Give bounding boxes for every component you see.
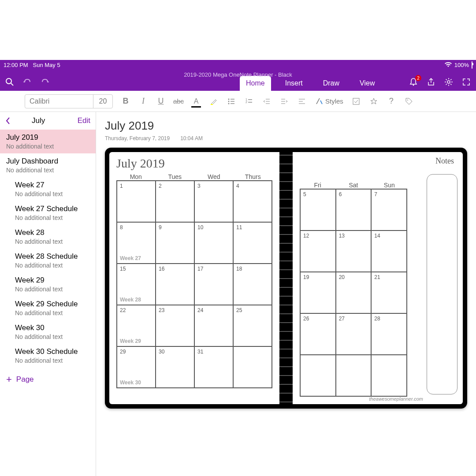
numbering-icon[interactable]: 12 [244,97,254,106]
settings-icon[interactable] [444,78,453,86]
todo-icon[interactable] [351,97,361,106]
brand-footer: theawesomeplanner.com [369,396,424,402]
notifications-icon[interactable]: 2 [409,78,418,86]
calendar-cell: 24 [194,305,233,346]
bullets-icon[interactable] [227,97,236,106]
planner-image: July 2019 MonTuesWedThurs 12348Week 2791… [105,148,467,409]
page-item-sub: No additional text [15,238,89,245]
page-title[interactable]: July 2019 [105,119,467,133]
redo-icon[interactable] [41,78,49,86]
sidebar-page-item[interactable]: July 2019No additional text [0,130,96,153]
calendar-cell: 9 [156,222,194,264]
font-name[interactable]: Calibri [25,97,93,105]
highlight-icon[interactable] [209,97,219,106]
calendar-cell [336,355,372,396]
add-page-button[interactable]: + Page [0,368,96,391]
plus-icon: + [6,374,12,385]
svg-text:2: 2 [245,100,247,104]
svg-rect-24 [353,98,359,104]
sidebar-page-item[interactable]: Week 27No additional text [0,177,96,201]
indent-icon[interactable] [279,97,289,106]
font-size[interactable]: 20 [93,95,112,108]
calendar-cell: 31 [194,346,233,388]
calendar-cell: 6 [336,189,372,231]
sidebar-page-item[interactable]: Week 30No additional text [0,320,96,344]
sidebar-page-item[interactable]: Week 29 ScheduleNo additional text [0,296,96,320]
calendar-cell: 16 [156,264,194,305]
page-metadata: Thursday, February 7, 2019 10:04 AM [105,135,467,141]
spiral-binding [279,152,293,404]
svg-point-3 [447,81,450,83]
align-icon[interactable] [297,97,307,106]
tab-view[interactable]: View [353,76,381,91]
page-item-name: Week 28 Schedule [15,252,89,261]
page-item-sub: No additional text [15,262,89,269]
svg-point-2 [413,85,414,86]
question-icon[interactable]: ? [387,97,396,106]
calendar-cell: 21 [371,272,407,313]
page-item-sub: No additional text [15,309,89,316]
calendar-cell [300,355,336,396]
page-item-name: Week 27 Schedule [15,205,89,213]
page-item-name: Week 30 Schedule [15,347,89,356]
page-item-sub: No additional text [6,143,89,150]
ios-status-bar: 12:00 PM Sun May 5 100% [0,60,476,70]
sidebar-page-item[interactable]: Week 30 ScheduleNo additional text [0,344,96,368]
page-item-sub: No additional text [15,190,89,197]
undo-icon[interactable] [23,78,32,86]
svg-point-7 [228,103,230,104]
page-item-sub: No additional text [15,214,89,221]
styles-label: Styles [325,97,343,105]
notes-label: Notes [300,156,456,166]
planner-month-title: July 2019 [116,156,272,171]
ribbon-tabs: Home Insert Draw View [240,76,381,91]
bold-icon[interactable]: B [121,97,130,106]
calendar-cell: 28 [371,313,407,355]
sidebar-page-item[interactable]: Week 29No additional text [0,272,96,296]
search-icon[interactable] [5,78,14,86]
share-icon[interactable] [427,78,435,86]
outdent-icon[interactable] [262,97,271,106]
day-header: Fri [300,182,335,189]
section-title: July [32,116,45,125]
sidebar-page-item[interactable]: Week 28No additional text [0,225,96,249]
sidebar-page-item[interactable]: Week 28 ScheduleNo additional text [0,249,96,272]
underline-icon[interactable]: U [156,97,166,106]
strikethrough-icon[interactable]: abc [174,97,183,106]
calendar-cell: 30 [156,346,194,388]
calendar-cell: 7 [371,189,407,231]
back-icon[interactable] [5,117,11,125]
notification-badge: 2 [415,75,421,81]
page-date: Thursday, February 7, 2019 [105,135,170,141]
calendar-cell: 3 [194,181,233,222]
tag-icon[interactable] [404,97,414,106]
svg-point-6 [228,100,230,102]
calendar-cell: 2 [156,181,194,222]
star-icon[interactable] [369,97,379,106]
font-color-icon[interactable]: A [191,97,201,106]
tab-insert[interactable]: Insert [279,76,309,91]
sidebar-page-item[interactable]: July DashboardNo additional text [0,153,96,177]
calendar-cell: 10 [194,222,233,264]
fullscreen-icon[interactable] [462,78,471,86]
day-header: Sun [372,182,407,189]
edit-button[interactable]: Edit [78,116,90,125]
svg-point-0 [6,78,11,84]
day-header: Wed [194,173,234,180]
font-selector[interactable]: Calibri 20 [25,94,113,108]
tab-home[interactable]: Home [240,76,271,91]
italic-icon[interactable]: I [138,97,148,106]
day-header: Thurs [234,173,273,180]
calendar-cell: 11 [233,222,272,264]
page-item-name: July 2019 [6,133,89,142]
page-canvas[interactable]: July 2019 Thursday, February 7, 2019 10:… [96,112,476,476]
day-header: Mon [116,173,156,180]
wifi-icon [445,62,452,67]
sidebar-page-item[interactable]: Week 27 ScheduleNo additional text [0,201,96,225]
calendar-cell: 29Week 30 [117,346,156,388]
calendar-cell: 12 [300,231,336,272]
tab-draw[interactable]: Draw [317,76,346,91]
styles-icon[interactable]: Styles [315,97,343,106]
page-item-name: Week 29 Schedule [15,300,89,309]
calendar-cell: 20 [336,272,372,313]
